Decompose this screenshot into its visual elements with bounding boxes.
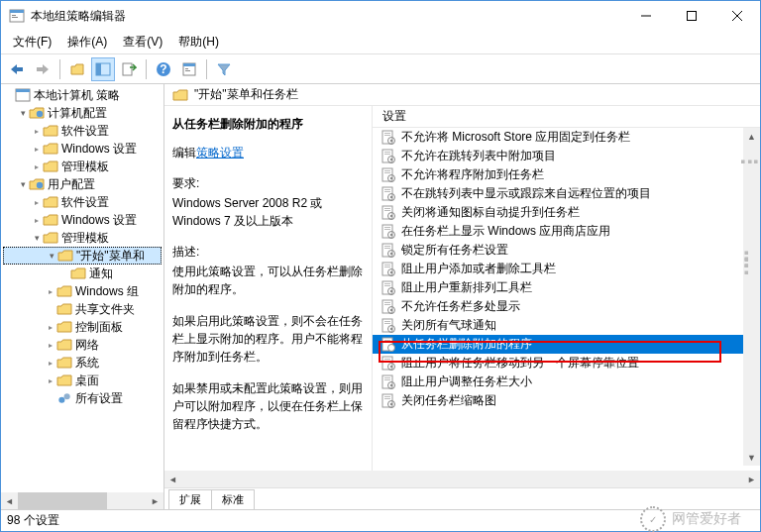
setting-label: 不允许将程序附加到任务栏 [401, 166, 544, 183]
tree-item-admin_tpl1[interactable]: ▸管理模板 [3, 158, 162, 175]
svg-rect-86 [384, 359, 390, 360]
twist-icon[interactable]: ▸ [31, 216, 43, 225]
twist-icon[interactable]: ▸ [31, 162, 43, 171]
tree-item-user_conf[interactable]: ▾用户配置 [3, 175, 162, 193]
tree-item-desktop[interactable]: ▸桌面 [3, 372, 162, 389]
tree-item-network[interactable]: ▸网络 [3, 336, 162, 354]
setting-item[interactable]: 不在跳转列表中显示或跟踪来自远程位置的项目 [373, 184, 760, 203]
svg-rect-81 [384, 340, 390, 341]
settings-v-scrollbar[interactable]: ▲ ▼ [743, 128, 760, 466]
tree-item-win_settings2[interactable]: ▸Windows 设置 [3, 211, 162, 229]
setting-item[interactable]: 不允许将 Microsoft Store 应用固定到任务栏 [373, 128, 760, 147]
svg-rect-67 [384, 285, 390, 286]
policy-icon [380, 224, 396, 240]
svg-point-94 [390, 383, 392, 385]
setting-item[interactable]: 不允许在跳转列表中附加项目 [373, 147, 760, 165]
setting-item[interactable]: 关闭将通知图标自动提升到任务栏 [373, 203, 760, 222]
titlebar[interactable]: 本地组策略编辑器 [1, 1, 760, 31]
twist-icon[interactable]: ▸ [45, 287, 56, 296]
svg-point-44 [390, 195, 392, 197]
tree-item-win_settings1[interactable]: ▸Windows 设置 [3, 140, 162, 158]
back-button[interactable] [5, 57, 29, 81]
svg-rect-20 [16, 89, 30, 92]
forward-button[interactable] [31, 57, 54, 81]
tree-pane[interactable]: 本地计算机 策略▾计算机配置▸软件设置▸Windows 设置▸管理模板▾用户配置… [1, 84, 164, 509]
tree-item-admin_tpl2[interactable]: ▾管理模板 [3, 229, 162, 247]
svg-rect-51 [384, 227, 390, 228]
menu-view[interactable]: 查看(V) [115, 31, 170, 53]
setting-item[interactable]: 在任务栏上显示 Windows 应用商店应用 [373, 222, 760, 241]
right-header: "开始"菜单和任务栏 [164, 84, 760, 106]
show-hide-tree-button[interactable] [91, 57, 115, 81]
twist-icon[interactable]: ▸ [45, 341, 56, 350]
svg-rect-82 [384, 342, 390, 343]
tree-item-system[interactable]: ▸系统 [3, 354, 162, 372]
right-h-scrollbar[interactable]: ◄ ► [164, 471, 760, 487]
svg-point-84 [390, 346, 392, 348]
policy-icon [380, 243, 396, 259]
tree-item-all_settings[interactable]: 所有设置 [3, 389, 162, 407]
setting-item[interactable]: 不允许任务栏多处显示 [373, 297, 760, 316]
tree-h-scrollbar[interactable]: ◄ ► [1, 492, 163, 509]
tab-standard[interactable]: 标准 [211, 489, 255, 509]
tree-item-win_components[interactable]: ▸Windows 组 [3, 282, 162, 300]
setting-item[interactable]: 锁定所有任务栏设置 [373, 241, 760, 260]
twist-icon[interactable]: ▾ [31, 233, 43, 243]
setting-item[interactable]: 阻止用户调整任务栏大小 [373, 372, 760, 391]
menubar: 文件(F) 操作(A) 查看(V) 帮助(H) [1, 31, 760, 54]
close-button[interactable] [714, 1, 760, 31]
properties-button[interactable] [177, 57, 201, 81]
setting-item[interactable]: 阻止用户重新排列工具栏 [373, 278, 760, 297]
tabstrip: 扩展 标准 [164, 487, 760, 509]
twist-icon[interactable]: ▸ [31, 145, 43, 154]
twist-icon[interactable]: ▸ [45, 376, 56, 385]
svg-rect-41 [384, 189, 390, 190]
tab-extended[interactable]: 扩展 [168, 489, 212, 509]
tree-label: 计算机配置 [48, 105, 107, 122]
twist-icon[interactable]: ▸ [31, 127, 43, 136]
help-button[interactable]: ? [152, 57, 175, 81]
edit-policy-link[interactable]: 策略设置 [196, 145, 244, 161]
twist-icon[interactable]: ▸ [45, 323, 56, 332]
setting-item[interactable]: 关闭所有气球通知 [373, 316, 760, 335]
tree-item-root[interactable]: 本地计算机 策略 [3, 86, 162, 104]
setting-item[interactable]: 阻止用户将任务栏移动到另一个屏幕停靠位置 [373, 354, 760, 372]
twist-icon[interactable]: ▸ [45, 359, 56, 368]
twist-icon[interactable]: ▾ [17, 108, 29, 118]
up-level-button[interactable] [65, 57, 89, 81]
tree-item-comp_conf[interactable]: ▾计算机配置 [3, 104, 162, 122]
tree-item-sw_settings2[interactable]: ▸软件设置 [3, 193, 162, 211]
twist-icon[interactable]: ▸ [31, 198, 43, 207]
minimize-button[interactable] [623, 1, 669, 31]
tree-item-notify[interactable]: 通知 [3, 265, 162, 282]
svg-rect-57 [384, 248, 390, 249]
menu-action[interactable]: 操作(A) [59, 31, 115, 53]
tree-label: 软件设置 [61, 123, 109, 140]
settings-pane[interactable]: 设置 不允许将 Microsoft Store 应用固定到任务栏不允许在跳转列表… [373, 106, 760, 487]
tree-item-control_panel[interactable]: ▸控制面板 [3, 318, 162, 336]
setting-item[interactable]: 从任务栏删除附加的程序 [373, 335, 760, 354]
header-title: "开始"菜单和任务栏 [194, 86, 298, 103]
desc-text2: 如果启用此策略设置，则不会在任务栏上显示附加的程序。用户不能将程序附加到任务栏。 [172, 312, 364, 366]
svg-rect-11 [96, 63, 101, 75]
export-button[interactable] [117, 57, 141, 81]
setting-item[interactable]: 阻止用户添加或者删除工具栏 [373, 260, 760, 278]
menu-file[interactable]: 文件(F) [5, 31, 59, 53]
tree-label: 软件设置 [61, 194, 109, 211]
svg-point-89 [390, 365, 392, 367]
setting-item[interactable]: 关闭任务栏缩略图 [373, 391, 760, 410]
tree-item-start_taskbar[interactable]: ▾"开始"菜单和 [3, 247, 162, 265]
tree-item-sw_settings1[interactable]: ▸软件设置 [3, 122, 162, 140]
twist-icon[interactable]: ▾ [17, 179, 29, 189]
maximize-button[interactable] [669, 1, 714, 31]
filter-button[interactable] [212, 57, 236, 81]
policy-icon [380, 149, 396, 164]
svg-point-64 [390, 270, 392, 272]
settings-column-header[interactable]: 设置 [373, 106, 760, 128]
policy-icon [380, 337, 396, 353]
desc-text3: 如果禁用或未配置此策略设置，则用户可以附加程序，以便在任务栏上保留程序快捷方式。 [172, 379, 364, 433]
twist-icon[interactable]: ▾ [46, 251, 57, 261]
menu-help[interactable]: 帮助(H) [170, 31, 227, 53]
tree-item-shared_folders[interactable]: 共享文件夹 [3, 300, 162, 318]
setting-item[interactable]: 不允许将程序附加到任务栏 [373, 165, 760, 184]
